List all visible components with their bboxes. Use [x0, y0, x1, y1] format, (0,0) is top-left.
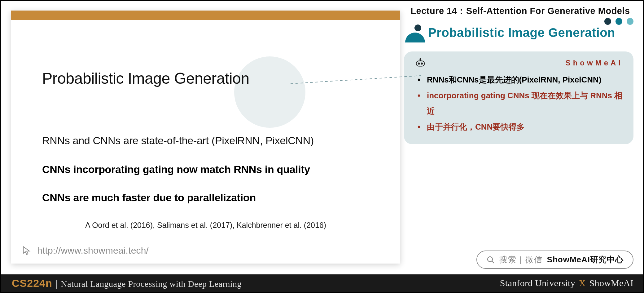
- note-item: RNNs和CNNs是最先进的(PixelRNN, PixelCNN): [418, 72, 623, 88]
- note-card: ShowMeAI RNNs和CNNs是最先进的(PixelRNN, PixelC…: [404, 51, 633, 144]
- brand-tag: ShowMeAI: [566, 59, 623, 67]
- cursor-icon: [20, 244, 33, 257]
- slide-title: Probabilistic Image Generation: [42, 69, 249, 87]
- svg-rect-1: [416, 61, 425, 66]
- section-title-row: Probabilistic Image Generation: [405, 22, 633, 43]
- search-pill: 搜索 | 微信 ShowMeAI研究中心: [476, 251, 633, 269]
- search-icon: [486, 255, 495, 264]
- slide-body-line-3: CNNs are much faster due to parallelizat…: [42, 192, 375, 204]
- slide: Probabilistic Image Generation RNNs and …: [11, 11, 400, 264]
- course-code: CS224n: [12, 277, 52, 289]
- note-list: RNNs和CNNs是最先进的(PixelRNN, PixelCNN) incor…: [414, 72, 623, 135]
- footer-separator: |: [55, 278, 58, 289]
- svg-point-3: [421, 63, 423, 64]
- footer-x: X: [578, 278, 587, 288]
- bot-icon: [414, 58, 426, 68]
- section-title-decoration: [405, 23, 425, 42]
- note-item: incorporating gating CNNs 现在在效果上与 RNNs 相…: [418, 88, 623, 119]
- slide-body-line-1: RNNs and CNNs are state-of-the-art (Pixe…: [42, 135, 375, 147]
- slide-accent-bar: [11, 11, 400, 20]
- section-title: Probabilistic Image Generation: [428, 26, 615, 40]
- note-item: 由于并行化，CNN要快得多: [418, 119, 623, 135]
- footer-right: Stanford University X ShowMeAI: [500, 278, 633, 288]
- svg-point-2: [418, 63, 420, 64]
- slide-references: A Oord et al. (2016), Salimans et al. (2…: [11, 221, 400, 230]
- footer-partner: ShowMeAI: [589, 278, 633, 288]
- slide-body-line-2: CNNs incorporating gating now match RNNs…: [42, 163, 375, 175]
- svg-line-7: [492, 261, 494, 263]
- search-prefix: 搜索 | 微信: [499, 254, 542, 265]
- footer-university: Stanford University: [500, 278, 575, 288]
- slide-circle-decoration: [234, 56, 305, 128]
- footer-bar: CS224n | Natural Language Processing wit…: [1, 274, 643, 292]
- course-name: Natural Language Processing with Deep Le…: [61, 279, 242, 289]
- slide-url: http://www.showmeai.tech/: [37, 245, 149, 256]
- title-dots-icon: [604, 18, 633, 25]
- lecture-header: Lecture 14：Self-Attention For Generative…: [407, 4, 633, 22]
- search-name: ShowMeAI研究中心: [547, 254, 624, 265]
- svg-point-5: [420, 59, 421, 60]
- svg-point-6: [488, 257, 493, 262]
